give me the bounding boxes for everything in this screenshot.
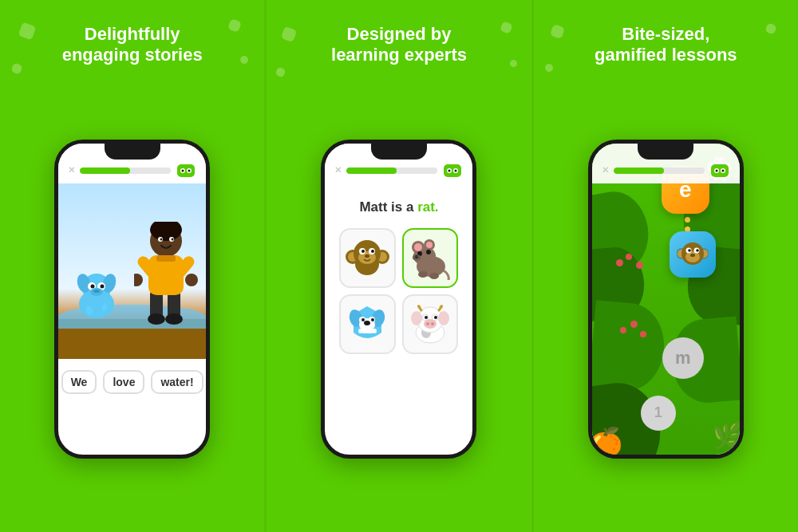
- svg-point-22: [134, 274, 143, 286]
- svg-point-30: [172, 238, 174, 240]
- phone-1-wrapper: ✕: [54, 82, 210, 516]
- svg-point-46: [361, 250, 365, 253]
- phone-2: ✕ Matt is a rat.: [321, 140, 476, 459]
- berry-3: [636, 262, 643, 269]
- progress-fill-2: [346, 167, 397, 174]
- game-icon-monkey[interactable]: [670, 231, 716, 278]
- word-love[interactable]: love: [103, 370, 144, 394]
- progress-fill-3: [614, 167, 664, 174]
- svg-point-70: [371, 318, 374, 321]
- svg-point-78: [411, 311, 422, 325]
- owl-logo-2: [442, 163, 463, 179]
- deco-square-6: [275, 66, 286, 77]
- svg-point-12: [101, 284, 105, 288]
- panel-1-title-line2: engaging stories: [62, 45, 203, 65]
- sentence-highlight: rat.: [417, 199, 438, 215]
- svg-point-47: [371, 250, 374, 253]
- word-water[interactable]: water!: [151, 370, 203, 394]
- deco-square-9: [550, 24, 565, 39]
- bottom-foliage-left: 🍊: [592, 426, 623, 455]
- deco-square-1: [18, 22, 36, 40]
- svg-point-84: [424, 319, 437, 329]
- svg-point-95: [688, 249, 691, 252]
- svg-point-48: [365, 254, 369, 258]
- monkey-illustration: [346, 236, 389, 280]
- letter-m-text: m: [675, 348, 691, 368]
- answer-dog[interactable]: [339, 294, 396, 354]
- notch-1: [105, 144, 160, 160]
- svg-rect-31: [156, 255, 176, 262]
- svg-point-71: [364, 321, 370, 325]
- berry-6: [640, 331, 646, 337]
- progress-bar-3: [614, 167, 705, 174]
- panel-2-title: Designed by learning experts: [331, 24, 467, 66]
- deco-square-11: [764, 22, 776, 34]
- svg-rect-0: [177, 164, 195, 177]
- deco-square-10: [543, 63, 554, 73]
- phone-1-words: We love water!: [58, 359, 206, 405]
- svg-point-4: [188, 169, 191, 171]
- svg-point-73: [358, 329, 363, 333]
- sentence-display: Matt is a rat.: [333, 199, 464, 215]
- bottom-foliage-right: 🌿: [712, 420, 740, 451]
- svg-rect-72: [361, 329, 373, 333]
- svg-point-96: [696, 249, 699, 252]
- dot-1: [685, 217, 690, 223]
- panel-2-title-line1: Designed by: [347, 24, 452, 44]
- deco-square-4: [239, 55, 250, 65]
- letter-bubble-m[interactable]: m: [662, 337, 704, 379]
- answer-rat[interactable]: [402, 228, 459, 288]
- number-1-text: 1: [654, 404, 662, 421]
- word-we[interactable]: We: [61, 370, 97, 394]
- phone-1-scene: [58, 183, 206, 359]
- owl-logo-3: [709, 163, 730, 179]
- dog-character: [73, 270, 120, 325]
- svg-point-86: [431, 322, 434, 325]
- svg-point-17: [148, 313, 165, 325]
- berry-1: [616, 259, 623, 266]
- panel-2-title-line2: learning experts: [331, 45, 467, 65]
- progress-bar-1: [80, 167, 171, 174]
- phone-2-wrapper: ✕ Matt is a rat.: [321, 82, 476, 516]
- answer-cow[interactable]: [402, 294, 459, 354]
- svg-point-62: [429, 273, 439, 279]
- svg-rect-32: [444, 164, 461, 177]
- svg-rect-98: [711, 164, 729, 177]
- berry-5: [630, 321, 638, 328]
- deco-square-7: [500, 21, 513, 34]
- panel-3-title-line1: Bite-sized,: [622, 24, 709, 44]
- svg-point-29: [160, 238, 163, 240]
- close-x-1: ✕: [68, 165, 75, 175]
- deco-square-5: [281, 26, 298, 43]
- panel-1-title-line1: Delightfully: [85, 24, 180, 44]
- svg-point-54: [426, 242, 433, 248]
- svg-point-35: [448, 169, 451, 171]
- panel-2: Designed by learning experts ✕: [264, 0, 533, 532]
- svg-point-97: [690, 254, 695, 257]
- phone-2-content: Matt is a rat.: [325, 183, 472, 361]
- panel-1-title: Delightfully engaging stories: [62, 24, 203, 66]
- deco-square-8: [508, 59, 518, 69]
- leaf-left-3: [592, 300, 668, 393]
- svg-point-85: [426, 322, 429, 325]
- deco-square-2: [10, 62, 22, 74]
- svg-point-18: [165, 313, 183, 325]
- svg-point-3: [182, 169, 184, 171]
- notch-3: [638, 144, 693, 160]
- answer-monkey[interactable]: [339, 228, 396, 288]
- svg-point-101: [715, 169, 717, 171]
- svg-point-102: [721, 169, 724, 171]
- number-bubble-1[interactable]: 1: [641, 396, 676, 431]
- svg-point-14: [93, 290, 100, 293]
- cow-illustration: [409, 302, 452, 346]
- phone-1: ✕: [54, 140, 210, 459]
- svg-point-69: [361, 318, 365, 321]
- svg-point-74: [372, 329, 377, 333]
- close-x-3: ✕: [602, 165, 609, 175]
- notch-2: [371, 144, 427, 160]
- monkey-icon-svg: [677, 239, 709, 270]
- answer-grid: [333, 228, 464, 354]
- progress-bar-2: [346, 167, 437, 174]
- svg-point-23: [185, 274, 198, 286]
- svg-point-61: [418, 271, 428, 278]
